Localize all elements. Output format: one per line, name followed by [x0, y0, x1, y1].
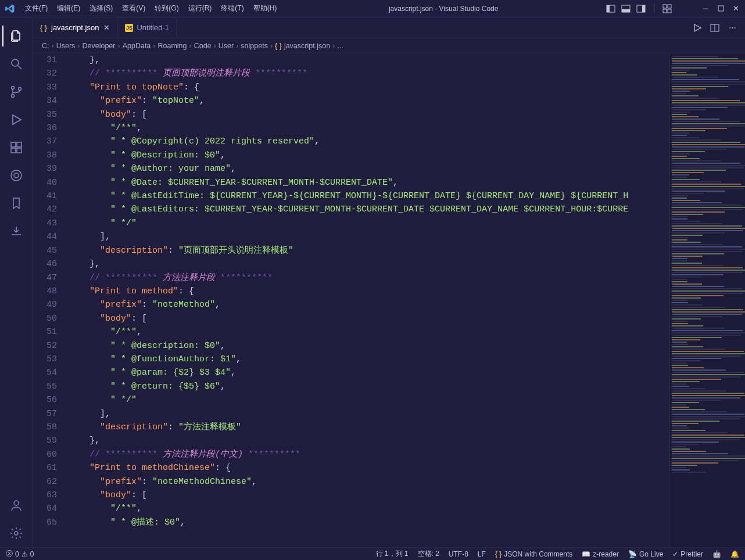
chevron-right-icon: ›	[117, 42, 120, 50]
svg-point-23	[15, 532, 18, 535]
editor[interactable]: 3132333435363738394041424344454647484950…	[33, 53, 745, 547]
chevron-right-icon: ›	[52, 42, 54, 50]
crumb-code[interactable]: Code	[194, 42, 212, 50]
status-eol[interactable]: LF	[478, 550, 486, 558]
line-number-gutter: 3132333435363738394041424344454647484950…	[33, 53, 69, 547]
chevron-right-icon: ›	[270, 42, 273, 50]
vscode-icon	[5, 3, 15, 14]
window-title: javascript.json - Visual Studio Code	[281, 5, 606, 13]
status-golive[interactable]: 📡 Go Live	[628, 550, 663, 558]
more-icon[interactable]: ⋯	[728, 23, 737, 33]
status-notifications[interactable]: 🔔	[730, 550, 739, 558]
activity-import[interactable]	[2, 217, 30, 245]
feedback-icon: 🤖	[712, 550, 721, 558]
menu-goto[interactable]: 转到(G)	[151, 1, 182, 16]
menu-view[interactable]: 查看(V)	[118, 1, 149, 16]
status-language[interactable]: { } JSON with Comments	[495, 550, 572, 558]
chevron-right-icon: ›	[214, 42, 216, 50]
status-spaces[interactable]: 空格: 2	[418, 549, 439, 559]
crumb-more[interactable]: ...	[337, 42, 343, 50]
titlebar-actions: ─ ✕	[606, 4, 740, 13]
extensions-icon	[9, 141, 23, 155]
title-bar: 文件(F) 编辑(E) 选择(S) 查看(V) 转到(G) 运行(R) 终端(T…	[0, 0, 745, 17]
chevron-right-icon: ›	[332, 42, 335, 50]
breadcrumb[interactable]: C:› Users› Developer› AppData› Roaming› …	[33, 38, 745, 53]
target-icon	[9, 168, 23, 182]
svg-rect-18	[17, 148, 22, 153]
chevron-right-icon: ›	[236, 42, 238, 50]
crumb-users[interactable]: Users	[56, 42, 76, 50]
tab-javascript-json[interactable]: { } javascript.json ✕	[33, 17, 118, 38]
crumb-user[interactable]: User	[219, 42, 234, 50]
search-icon	[9, 57, 23, 71]
gear-icon	[9, 526, 23, 540]
crumb-appdata[interactable]: AppData	[123, 42, 151, 50]
activity-settings[interactable]	[2, 519, 30, 547]
svg-rect-6	[663, 5, 667, 8]
menu-edit[interactable]: 编辑(E)	[53, 1, 84, 16]
window-close-icon[interactable]: ✕	[731, 4, 740, 13]
crumb-file[interactable]: { } javascript.json	[275, 42, 330, 50]
tab-label: Untitled-1	[137, 23, 169, 32]
svg-rect-17	[11, 148, 16, 153]
tab-bar: { } javascript.json ✕ JS Untitled-1 ⋯	[33, 17, 745, 38]
activity-run-debug[interactable]	[2, 106, 30, 134]
chevron-right-icon: ›	[77, 42, 80, 50]
svg-point-15	[18, 88, 21, 91]
activity-explorer[interactable]	[2, 22, 30, 50]
window-minimize-icon[interactable]: ─	[701, 4, 710, 13]
play-icon	[9, 113, 23, 127]
layout-customize-icon[interactable]	[662, 4, 672, 13]
code-content[interactable]: }, // ********** 页面顶部说明注释片段 ********** "…	[69, 53, 669, 547]
activity-source-control[interactable]	[2, 78, 30, 106]
close-icon[interactable]: ✕	[102, 24, 110, 32]
check-icon: ✓	[672, 550, 678, 558]
menu-select[interactable]: 选择(S)	[85, 1, 117, 16]
svg-rect-1	[607, 5, 610, 12]
menu-file[interactable]: 文件(F)	[21, 1, 52, 16]
window-maximize-icon[interactable]	[716, 4, 725, 13]
svg-rect-3	[622, 9, 630, 12]
activity-extensions[interactable]	[2, 134, 30, 161]
person-icon	[9, 498, 23, 512]
editor-area: { } javascript.json ✕ JS Untitled-1 ⋯ C:…	[33, 17, 745, 547]
layout-secondary-sidebar-icon[interactable]	[636, 4, 646, 13]
tab-untitled-1[interactable]: JS Untitled-1	[118, 17, 177, 38]
status-line-col[interactable]: 行 1，列 1	[376, 549, 409, 559]
separator	[654, 4, 654, 13]
layout-panel-icon[interactable]	[621, 4, 631, 13]
warning-icon: ⚠	[22, 550, 28, 558]
activity-search[interactable]	[2, 50, 30, 78]
activity-remote[interactable]	[2, 161, 30, 189]
crumb-snippets[interactable]: snippets	[241, 42, 268, 50]
menu-help[interactable]: 帮助(H)	[249, 1, 281, 16]
chevron-right-icon: ›	[189, 42, 192, 50]
svg-rect-7	[668, 5, 671, 8]
layout-primary-sidebar-icon[interactable]	[606, 4, 615, 13]
status-feedback[interactable]: 🤖	[712, 550, 721, 558]
broadcast-icon: 📡	[628, 550, 637, 558]
json-file-icon: { }	[275, 42, 282, 50]
menu-run[interactable]: 运行(R)	[184, 1, 216, 16]
minimap[interactable]	[669, 53, 745, 547]
crumb-c[interactable]: C:	[42, 42, 49, 50]
menu-bar: 文件(F) 编辑(E) 选择(S) 查看(V) 转到(G) 运行(R) 终端(T…	[21, 1, 281, 16]
status-prettier[interactable]: ✓ Prettier	[672, 550, 703, 558]
json-file-icon: { }	[40, 24, 48, 32]
status-encoding[interactable]: UTF-8	[449, 550, 468, 558]
branch-icon	[9, 85, 23, 99]
bell-icon: 🔔	[730, 550, 739, 558]
crumb-developer[interactable]: Developer	[83, 42, 116, 50]
menu-terminal[interactable]: 终端(T)	[217, 1, 248, 16]
crumb-roaming[interactable]: Roaming	[157, 42, 187, 50]
error-icon: ⓧ	[6, 549, 13, 559]
status-zreader[interactable]: 📖 z-reader	[582, 550, 619, 558]
tab-label: javascript.json	[51, 23, 99, 32]
activity-bar	[0, 17, 33, 547]
split-editor-icon[interactable]	[710, 23, 719, 33]
status-errors[interactable]: ⓧ0 ⚠0	[6, 549, 34, 559]
activity-bookmark[interactable]	[2, 189, 30, 217]
book-icon: 📖	[582, 550, 590, 558]
run-icon[interactable]	[693, 23, 702, 33]
activity-account[interactable]	[2, 491, 30, 519]
